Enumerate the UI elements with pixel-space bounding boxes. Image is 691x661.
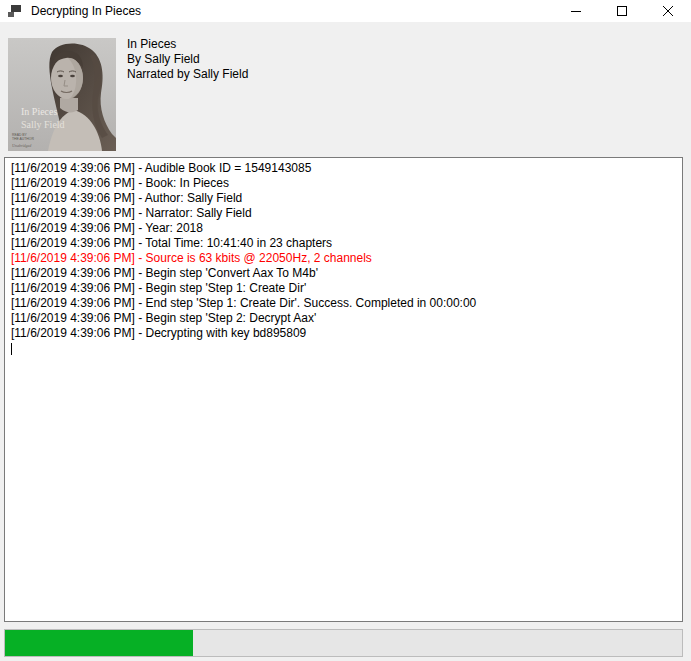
window-title: Decrypting In Pieces [31,4,141,18]
maximize-icon [617,6,627,16]
cover-title-text: In Pieces [21,106,57,117]
cover-readby-line2: THE AUTHOR [12,137,34,141]
maximize-button[interactable] [599,0,645,22]
close-button[interactable] [645,0,691,22]
log-line: [11/6/2019 4:39:06 PM] - Decrypting with… [11,326,678,341]
title-bar: Decrypting In Pieces [0,0,691,22]
book-author-label: By Sally Field [127,52,248,67]
log-line: [11/6/2019 4:39:06 PM] - Total Time: 10:… [11,236,678,251]
minimize-button[interactable] [553,0,599,22]
book-title-label: In Pieces [127,37,248,52]
window-controls [553,0,691,22]
log-line: [11/6/2019 4:39:06 PM] - Audible Book ID… [11,161,678,176]
close-icon [663,6,673,16]
log-line: [11/6/2019 4:39:06 PM] - Source is 63 kb… [11,251,678,266]
log-line: [11/6/2019 4:39:06 PM] - Narrator: Sally… [11,206,678,221]
log-caret-line [11,341,678,356]
log-line: [11/6/2019 4:39:06 PM] - Book: In Pieces [11,176,678,191]
book-info: In Pieces By Sally Field Narrated by Sal… [127,37,248,82]
app-window-icon [8,4,22,18]
cover-author-text: Sally Field [21,119,65,130]
progress-bar-fill [5,630,193,656]
log-line: [11/6/2019 4:39:06 PM] - Begin step 'Ste… [11,311,678,326]
log-line: [11/6/2019 4:39:06 PM] - Year: 2018 [11,221,678,236]
log-line: [11/6/2019 4:39:06 PM] - End step 'Step … [11,296,678,311]
log-line: [11/6/2019 4:39:06 PM] - Begin step 'Ste… [11,281,678,296]
book-narrator-label: Narrated by Sally Field [127,67,248,82]
text-caret [11,343,12,355]
progress-bar [4,629,683,657]
log-area[interactable]: [11/6/2019 4:39:06 PM] - Audible Book ID… [4,157,683,622]
cover-unabridged-text: Unabridged [12,143,32,148]
minimize-icon [571,6,581,16]
log-line: [11/6/2019 4:39:06 PM] - Begin step 'Con… [11,266,678,281]
log-line: [11/6/2019 4:39:06 PM] - Author: Sally F… [11,191,678,206]
book-cover-image: In Pieces Sally Field READ BY THE AUTHOR… [8,38,116,151]
